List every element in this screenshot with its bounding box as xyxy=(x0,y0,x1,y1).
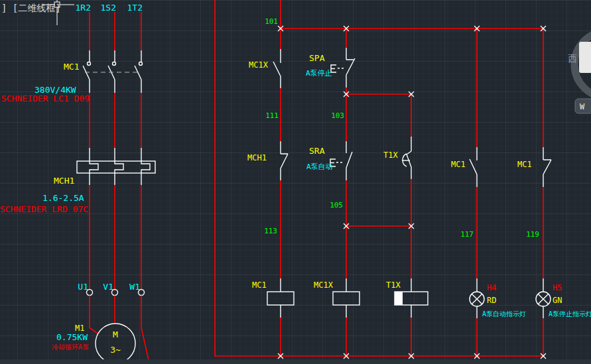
bottom-edge-strip xyxy=(0,359,591,364)
t1x-coil-label[interactable]: T1X xyxy=(386,280,401,290)
terminal-w1[interactable]: W1 xyxy=(129,282,140,292)
ucs-chip-label[interactable]: W xyxy=(580,102,585,111)
mch1-contact-label[interactable]: MCH1 xyxy=(247,153,267,162)
phase-label-1r2[interactable]: 1R2 xyxy=(76,3,91,13)
motor-tag[interactable]: M1 xyxy=(75,324,84,333)
drawing-canvas[interactable]: 1R2 1S2 1T2 MC1 380V/4KW SCHNEIDER LC1 D… xyxy=(0,0,591,364)
mch1-nc-contact[interactable] xyxy=(281,141,288,180)
viewport-control[interactable]: ] [二维线框] xyxy=(1,3,61,13)
spa-desc[interactable]: A泵停止 xyxy=(306,69,332,78)
overload-model[interactable]: SCHNEIDER LRD 07C xyxy=(0,204,88,214)
motor-power[interactable]: 0.75KW xyxy=(56,332,88,342)
mc1-no-contact[interactable] xyxy=(470,147,477,187)
node-111[interactable]: 111 xyxy=(265,111,279,120)
phase-wires[interactable] xyxy=(90,12,141,290)
motor-phases[interactable]: 3~ xyxy=(110,345,121,355)
spa-tag[interactable]: SPA xyxy=(309,53,325,63)
node-119[interactable]: 119 xyxy=(526,230,539,239)
branch-mc1x-coil[interactable]: SPA A泵停止 103 SRA A泵自动 105 MC1X xyxy=(306,29,411,356)
mc1-coil[interactable] xyxy=(267,278,294,318)
phase-label-1t2[interactable]: 1T2 xyxy=(127,3,143,13)
lamp-h4-code[interactable]: RD xyxy=(487,296,496,305)
overload-relay[interactable] xyxy=(77,148,155,185)
lamp-h5-desc[interactable]: A泵停止指示灯 xyxy=(549,310,591,318)
spa-stop-button[interactable] xyxy=(331,48,355,88)
mc1x-contact-label[interactable]: MC1X xyxy=(249,60,269,70)
mc1-nc-contact-label[interactable]: MC1 xyxy=(517,160,532,169)
lamp-h4-tag[interactable]: H4 xyxy=(487,283,496,292)
node-103[interactable]: 103 xyxy=(331,111,344,120)
mc1x-coil[interactable] xyxy=(333,278,360,318)
node-101[interactable]: 101 xyxy=(265,17,278,26)
motor-letter[interactable]: M xyxy=(113,330,118,339)
control-circuit[interactable]: 101 MC1X 111 MCH1 113 MC1 xyxy=(215,0,591,359)
mc1x-no-contact[interactable] xyxy=(273,49,281,88)
overload-range[interactable]: 1.6-2.5A xyxy=(42,193,84,203)
mc1x-coil-label[interactable]: MC1X xyxy=(314,280,334,290)
overload-tag[interactable]: MCH1 xyxy=(54,176,74,186)
power-circuit[interactable]: 1R2 1S2 1T2 MC1 380V/4KW SCHNEIDER LC1 D… xyxy=(0,3,155,363)
mc1-nc-contact[interactable] xyxy=(543,147,551,187)
ucs-chip[interactable]: W xyxy=(575,99,591,113)
viewcube[interactable]: 西 xyxy=(568,31,591,97)
contactor-main-contacts[interactable] xyxy=(83,50,143,93)
sra-desc[interactable]: A泵自动 xyxy=(306,162,333,171)
phase-label-1s2[interactable]: 1S2 xyxy=(101,3,116,13)
motor-name[interactable]: 冷却循环A泵 xyxy=(52,343,89,351)
mc1-coil-label[interactable]: MC1 xyxy=(252,280,267,290)
contactor-tag[interactable]: MC1 xyxy=(64,62,79,72)
lamp-h4-desc[interactable]: A泵自动指示灯 xyxy=(482,310,526,318)
node-117[interactable]: 117 xyxy=(460,230,474,239)
t1x-timer-contact[interactable] xyxy=(402,137,411,179)
lamp-h5-code[interactable]: GN xyxy=(553,296,562,305)
sra-start-button[interactable] xyxy=(330,141,352,180)
terminal-v1[interactable]: V1 xyxy=(103,282,113,292)
mc1-no-contact-label[interactable]: MC1 xyxy=(451,160,466,169)
contactor-model[interactable]: SCHNEIDER LC1 D09 xyxy=(1,93,90,103)
branch-timer[interactable]: T1X T1X xyxy=(383,94,428,356)
viewcube-face[interactable] xyxy=(579,42,591,73)
node-113[interactable]: 113 xyxy=(264,227,277,235)
branch-run-lamp[interactable]: MC1 117 H4 RD A泵自动指示灯 xyxy=(451,29,526,356)
lamp-h5-tag[interactable]: H5 xyxy=(553,283,562,292)
sra-tag[interactable]: SRA xyxy=(309,146,325,156)
schematic-svg[interactable]: 1R2 1S2 1T2 MC1 380V/4KW SCHNEIDER LC1 D… xyxy=(0,0,591,364)
node-105[interactable]: 105 xyxy=(330,201,343,210)
branch-mc1-coil[interactable]: MC1X 111 MCH1 113 MC1 xyxy=(247,29,294,356)
terminal-u1[interactable]: U1 xyxy=(78,282,88,292)
viewcube-west-label[interactable]: 西 xyxy=(568,53,577,64)
t1x-contact-label[interactable]: T1X xyxy=(383,151,398,160)
